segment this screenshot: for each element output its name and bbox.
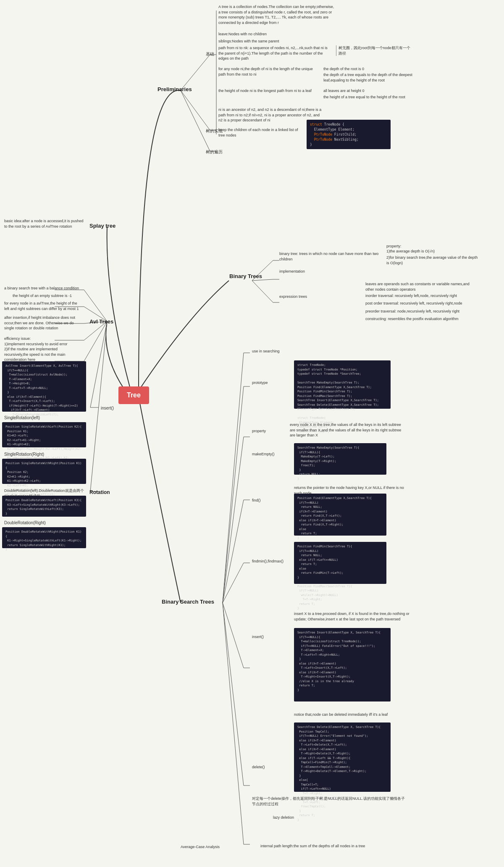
expr-tree-construct: constructing: resembles the postfix eval… bbox=[365, 316, 470, 322]
path-def: path from ni to nk: a sequence of nodes … bbox=[218, 45, 332, 61]
double-rotate-left-code: Position DoubleRotateWithLeft(Position K… bbox=[2, 496, 86, 517]
branch-preliminaries: Preliminaries bbox=[158, 86, 192, 92]
height-def: the height of node ni is the longest pat… bbox=[218, 88, 315, 94]
avg-case-label: Average-Case Analysis bbox=[181, 844, 256, 850]
bt-property-label: property: bbox=[386, 244, 402, 249]
tree-def: A tree is a collection of nodes.The coll… bbox=[218, 4, 336, 25]
svg-line-39 bbox=[90, 321, 107, 407]
no-cycle-note: 树无圈，因此root到每一个node都只有一个路径 bbox=[336, 45, 412, 56]
splay-def: basic idea:after a node is accessed,it i… bbox=[4, 218, 84, 229]
svg-line-25 bbox=[223, 603, 244, 786]
rotation-label: Rotation bbox=[89, 489, 110, 495]
expr-tree-label: expression trees bbox=[279, 294, 363, 300]
branch-binary-trees: Binary Trees bbox=[229, 273, 262, 279]
lazy-deletion-label: lazy deletion bbox=[273, 815, 315, 820]
svg-line-21 bbox=[223, 563, 244, 603]
svg-line-9 bbox=[252, 279, 273, 281]
bst-delete-notice: notice that,node can be deleted immediat… bbox=[294, 712, 412, 717]
branch-avl-trees: Avl Trees bbox=[89, 318, 113, 325]
svg-line-13 bbox=[223, 353, 244, 603]
double-rotate-right-code: Position DoubleRotateWithRight(Position … bbox=[2, 527, 86, 548]
bst-insert-code: SearchTree Insert(ElementType X, SearchT… bbox=[294, 628, 391, 701]
bt-property-2: 2)for binary search tree,the average val… bbox=[386, 255, 479, 265]
make-empty-code: SearchTree MakeEmpty(SearchTree T){ if(T… bbox=[294, 443, 386, 475]
find-code: Position Find(ElementType X,SearchTree T… bbox=[294, 494, 386, 536]
findminmax-code: Position FindMin(SearchTree T){ if(T==NU… bbox=[294, 542, 386, 584]
svg-line-11 bbox=[252, 281, 273, 302]
bst-delete-code: SearchTree Delete(ElementType X, SearchT… bbox=[294, 722, 391, 792]
single-rotate-right-label: SingleRotation(Right) bbox=[4, 452, 44, 457]
bst-prototype-code: struct TreeNode; typedef struct TreeNode… bbox=[294, 360, 391, 409]
central-label: Tree bbox=[127, 391, 141, 399]
avg-case-desc: internal path length:the sum of the dept… bbox=[260, 843, 374, 849]
avl-insert-code: AvlTree Insert(ElementType X, AvlTree T)… bbox=[2, 361, 86, 412]
svg-line-37 bbox=[84, 321, 107, 361]
svg-line-0 bbox=[181, 55, 210, 90]
tree-impl-code: struct TreeNode { ElementType Element; P… bbox=[307, 120, 391, 149]
bst-insert-label: insert() bbox=[252, 634, 294, 640]
avl-insert-rule: after insertion,if height imbalance does… bbox=[4, 315, 82, 331]
svg-line-5 bbox=[181, 90, 210, 151]
svg-line-17 bbox=[223, 437, 244, 603]
expr-tree-inorder: inorder traversal: recursively left,node… bbox=[365, 293, 470, 299]
svg-line-3 bbox=[181, 90, 210, 130]
depth-def: for any node ni,the depth of ni is the l… bbox=[218, 66, 315, 77]
avl-empty-height: the height of an empty subtree is -1 bbox=[13, 293, 84, 299]
svg-line-15 bbox=[223, 386, 244, 603]
siblings-def: siblings:Nodes with the same parent bbox=[218, 39, 328, 44]
avl-insert-label: insert() bbox=[101, 405, 114, 411]
leaves-def: leave:Nodes with no children bbox=[218, 32, 328, 37]
find-label: find() bbox=[252, 498, 294, 503]
bt-def: binary tree: trees in which no node can … bbox=[279, 251, 384, 262]
central-node: Tree bbox=[118, 386, 149, 404]
avl-def: a binary search tree with a balance cond… bbox=[4, 286, 82, 291]
make-empty-label: makeEmpty() bbox=[252, 452, 294, 457]
svg-line-29 bbox=[84, 290, 107, 321]
svg-line-23 bbox=[223, 603, 244, 668]
bst-property-label: property bbox=[252, 428, 286, 434]
expr-tree-leaves: leaves are operands such as constants or… bbox=[365, 281, 470, 292]
bt-impl-label: implementation bbox=[279, 269, 363, 274]
single-rotate-left-label: SingleRotation(left) bbox=[4, 415, 40, 421]
branch-splay-tree: Splay tree bbox=[89, 223, 116, 229]
tree-impl-desc: keep the children of each node in a link… bbox=[218, 127, 302, 138]
avl-balance: for every node in a avlTree,the height o… bbox=[4, 301, 82, 311]
single-rotate-left-code: Position SingleRotateWithLeft(Position K… bbox=[2, 422, 86, 447]
double-rotate-right-label: DoubleRotation(Right) bbox=[4, 520, 46, 526]
delete-note-cn: 对定每一个delete操作，都先返回到给子树.是NULL的话返回NULL.该的功… bbox=[252, 796, 407, 807]
depth-height: the depth of a tree equals to the depth … bbox=[323, 72, 416, 83]
svg-line-19 bbox=[223, 500, 244, 603]
bst-delete-label: delete() bbox=[252, 765, 294, 770]
height-leaves: all leaves are at height 0 bbox=[323, 88, 416, 94]
ji-chu-label: 基础 bbox=[206, 51, 214, 57]
bst-property-desc: every node X in the tree,the values of a… bbox=[290, 422, 403, 438]
avl-efficiency: efficiency issue: 1)implement recursivel… bbox=[4, 336, 82, 363]
height-tree: the height of a tree equal to the height… bbox=[323, 95, 416, 100]
bst-insert-desc: insert X to a tree,proceed down, if X is… bbox=[294, 611, 412, 622]
expr-tree-preorder: preorder traversal: node,recursively lef… bbox=[365, 309, 470, 314]
depth-root: the depth of the root is 0 bbox=[323, 66, 416, 72]
single-rotate-right-code: Position SingleRotateWithRight(Position … bbox=[2, 459, 86, 484]
expr-tree-postorder: post order traversal: recursively left, … bbox=[365, 301, 470, 306]
mind-map: Tree Preliminaries 基础 A tree is a collec… bbox=[0, 0, 504, 867]
svg-line-27 bbox=[223, 603, 244, 844]
branch-bst: Binary Search Trees bbox=[162, 599, 214, 605]
tree-traversal-label: 树的遍历 bbox=[206, 149, 223, 155]
bt-property-1: 1)the average depth is O(√n) bbox=[386, 249, 479, 254]
bst-prototype-label: prototype bbox=[252, 380, 294, 386]
bst-use: use in searching bbox=[252, 349, 336, 354]
